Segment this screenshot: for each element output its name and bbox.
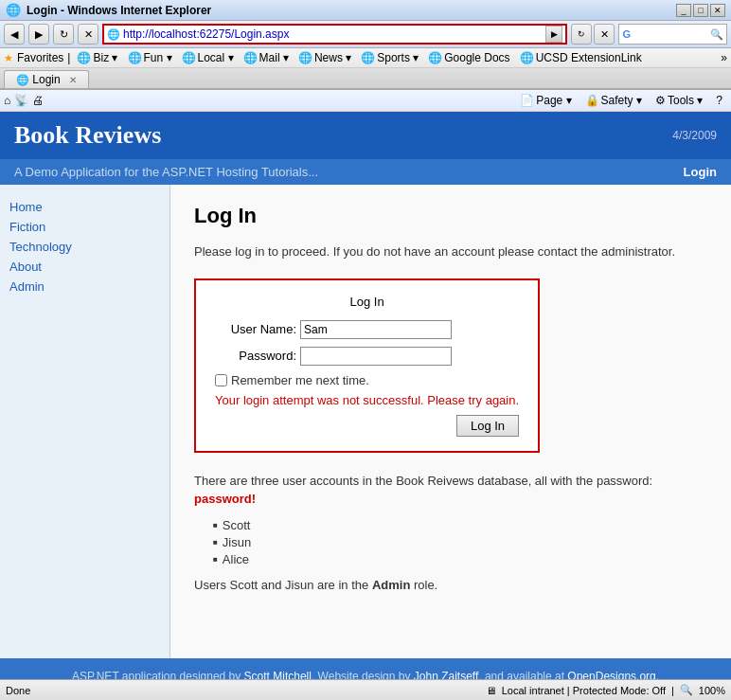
search-logo: G [622, 28, 631, 40]
maximize-button[interactable]: □ [693, 4, 708, 17]
back-button[interactable]: ◀ [4, 24, 25, 45]
sidebar-item-technology[interactable]: Technology [9, 239, 160, 255]
search-icon[interactable]: 🔍 [710, 28, 723, 41]
page-menu-label: Page ▾ [536, 94, 571, 107]
favorites-item-ucsd[interactable]: 🌐 UCSD ExtensionLink [517, 50, 645, 65]
page-heading: Log In [194, 204, 707, 228]
close-button[interactable]: ✕ [710, 4, 725, 17]
status-zoom-label: 100% [699, 685, 725, 695]
home-icon: ⌂ [4, 94, 10, 107]
favorites-label: Favorites [17, 51, 63, 64]
search-box: G 🔍 [618, 24, 727, 45]
safety-menu-button[interactable]: 🔒 Safety ▾ [580, 92, 647, 109]
status-zone-label: Local intranet | Protected Mode: Off [502, 685, 666, 695]
tools-menu-button[interactable]: ⚙ Tools ▾ [651, 92, 707, 109]
toolbar-left: ⌂ 📡 🖨 [4, 94, 511, 107]
remember-checkbox[interactable] [215, 374, 227, 386]
fav-separator: | [67, 51, 70, 64]
current-tab[interactable]: 🌐 Login ✕ [4, 70, 89, 88]
refresh-page-button[interactable]: ↻ [571, 24, 592, 45]
status-icon-pc: 🖥 [486, 685, 496, 695]
page-menu-button[interactable]: 📄 Page ▾ [515, 92, 576, 109]
favorites-item-news[interactable]: 🌐 News ▾ [295, 50, 354, 65]
favorites-star-icon: ★ [4, 52, 13, 64]
site-body: Home Fiction Technology About Admin Log … [0, 185, 731, 658]
login-submit-row: Log In [215, 415, 519, 437]
tab-close-button[interactable]: ✕ [69, 75, 77, 85]
favorites-item-biz[interactable]: 🌐 Biz ▾ [74, 50, 120, 65]
site-tagline: A Demo Application for the ASP.NET Hosti… [14, 165, 318, 179]
help-label: ? [716, 94, 722, 107]
stop-load-button[interactable]: ✕ [594, 24, 615, 45]
status-separator: | [671, 685, 674, 695]
login-form-box: Log In User Name: Password: Remember me … [194, 278, 540, 453]
status-done: Done [6, 685, 30, 695]
password-row: Password: [215, 347, 519, 366]
sidebar-item-home[interactable]: Home [9, 199, 160, 215]
browser-icon: 🌐 [6, 3, 21, 17]
info-text1: There are three user accounts in the Boo… [194, 474, 652, 488]
login-box-title: Log In [215, 295, 519, 309]
admin-text-suffix: role. [410, 578, 437, 592]
site-login-link[interactable]: Login [684, 165, 717, 179]
favorites-bar: ★ Favorites | 🌐 Biz ▾ 🌐 Fun ▾ 🌐 Local ▾ … [0, 48, 731, 68]
favorites-item-googledocs[interactable]: 🌐 Google Docs [425, 50, 512, 65]
remember-row: Remember me next time. [215, 373, 519, 387]
nav-extras: ↻ ✕ [571, 24, 615, 45]
user-list-item-alice: Alice [213, 552, 707, 566]
help-button[interactable]: ? [711, 92, 727, 109]
search-input[interactable] [633, 28, 708, 40]
user-list: Scott Jisun Alice [213, 518, 707, 566]
tab-icon: 🌐 [16, 74, 29, 85]
intro-text: Please log in to proceed. If you do not … [194, 242, 707, 261]
favorites-add: » [721, 51, 727, 64]
address-bar-container: 🌐 ▶ [102, 24, 567, 45]
safety-menu-label: Safety ▾ [601, 94, 642, 107]
fav-icon-ucsd: 🌐 [520, 51, 534, 64]
admin-role-label: Admin [372, 578, 410, 592]
nav-bar: ◀ ▶ ↻ ✕ 🌐 ▶ ↻ ✕ G 🔍 [0, 21, 731, 48]
info-block: There are three user accounts in the Boo… [194, 472, 707, 509]
fav-icon-fun: 🌐 [128, 51, 142, 64]
sidebar: Home Fiction Technology About Admin [0, 185, 170, 658]
password-input[interactable] [300, 347, 452, 366]
tab-bar: 🌐 Login ✕ [0, 68, 731, 90]
stop-button[interactable]: ✕ [78, 24, 98, 45]
username-input[interactable] [300, 320, 452, 339]
site-subheader: A Demo Application for the ASP.NET Hosti… [0, 159, 731, 185]
username-row: User Name: [215, 320, 519, 339]
favorites-item-mail[interactable]: 🌐 Mail ▾ [241, 50, 292, 65]
password-label: Password: [215, 349, 300, 363]
title-bar: 🌐 Login - Windows Internet Explorer _ □ … [0, 0, 731, 21]
remember-label: Remember me next time. [231, 373, 369, 387]
address-input[interactable] [123, 27, 545, 41]
favorites-item-sports[interactable]: 🌐 Sports ▾ [358, 50, 421, 65]
go-button[interactable]: ▶ [545, 26, 562, 43]
user-list-item-scott: Scott [213, 518, 707, 532]
minimize-button[interactable]: _ [676, 4, 691, 17]
address-box: 🌐 ▶ [102, 24, 567, 45]
username-label: User Name: [215, 322, 300, 336]
sidebar-item-fiction[interactable]: Fiction [9, 219, 160, 235]
info-password: password! [194, 492, 256, 506]
forward-button[interactable]: ▶ [28, 24, 49, 45]
user-list-item-jisun: Jisun [213, 535, 707, 549]
toolbar-bar: ⌂ 📡 🖨 📄 Page ▾ 🔒 Safety ▾ ⚙ Tools ▾ ? [0, 90, 731, 112]
favorites-item-fun[interactable]: 🌐 Fun ▾ [125, 50, 175, 65]
feeds-icon: 📡 [14, 94, 28, 107]
print-icon: 🖨 [32, 94, 44, 107]
refresh-button[interactable]: ↻ [53, 24, 74, 45]
sidebar-item-admin[interactable]: Admin [9, 278, 160, 295]
fav-icon-sports: 🌐 [361, 51, 375, 64]
status-right: 🖥 Local intranet | Protected Mode: Off |… [486, 684, 725, 694]
fav-icon-biz: 🌐 [77, 51, 91, 64]
favorites-item-local[interactable]: 🌐 Local ▾ [179, 50, 237, 65]
tab-label: Login [32, 73, 60, 86]
sidebar-item-about[interactable]: About [9, 259, 160, 275]
tools-menu-label: Tools ▾ [668, 94, 703, 107]
page-icon: 📄 [520, 94, 534, 107]
safety-icon: 🔒 [585, 94, 599, 107]
login-submit-button[interactable]: Log In [456, 415, 519, 437]
status-zoom: 🔍 [680, 684, 693, 694]
sidebar-nav: Home Fiction Technology About Admin [9, 199, 160, 295]
